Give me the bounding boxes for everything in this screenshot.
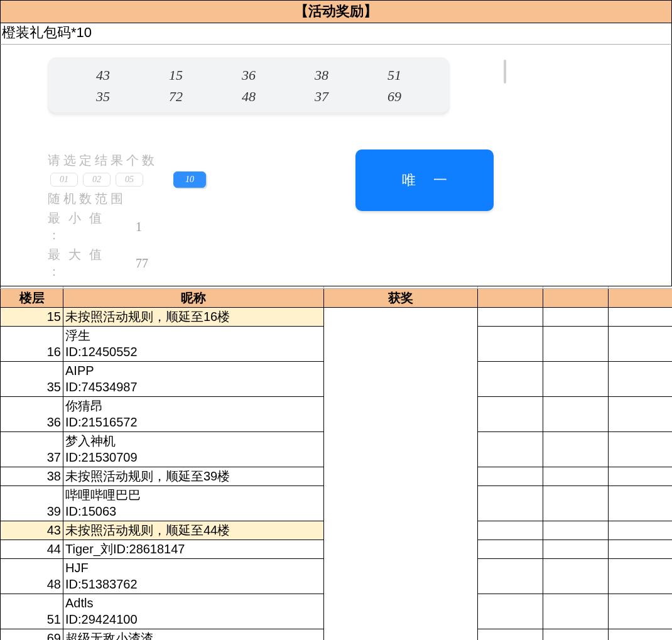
empty-cell	[609, 594, 673, 629]
empty-cell	[609, 467, 673, 486]
col-prize: 获奖	[324, 289, 478, 308]
floor-cell: 16	[1, 327, 63, 362]
empty-cell	[478, 327, 543, 362]
empty-cell	[543, 432, 609, 467]
lottery-number: 38	[303, 67, 340, 84]
winners-table: 楼层 昵称 获奖 15未按照活动规则，顺延至16楼橙装礼包码*1016浮生 ID…	[0, 286, 672, 640]
nick-cell: 未按照活动规则，顺延至44楼	[63, 521, 324, 540]
select-count-label: 请 选 定 结 果 个 数	[48, 152, 355, 169]
table-row: 15未按照活动规则，顺延至16楼橙装礼包码*10	[1, 308, 673, 327]
floor-cell: 51	[1, 594, 63, 629]
count-option[interactable]: 05	[116, 173, 143, 187]
empty-header	[609, 289, 673, 308]
lottery-number: 48	[230, 89, 268, 105]
floor-cell: 43	[1, 521, 63, 540]
empty-cell	[609, 432, 673, 467]
nick-cell: 浮生 ID:12450552	[63, 327, 324, 362]
empty-cell	[543, 467, 609, 486]
empty-cell	[609, 308, 673, 327]
range-label: 随 机 数 范 围	[48, 190, 355, 207]
lottery-screenshot: 43 15 36 38 51 35 72 48 37 69 请 选 定 结 果 …	[0, 45, 672, 286]
scrollbar-hint	[504, 60, 506, 84]
floor-cell: 37	[1, 432, 63, 467]
reward-subtitle: 橙装礼包码*10	[0, 23, 672, 45]
nick-cell: 未按照活动规则，顺延至39楼	[63, 467, 324, 486]
empty-header	[543, 289, 609, 308]
empty-cell	[543, 559, 609, 594]
page-title: 【活动奖励】	[0, 0, 672, 23]
empty-cell	[478, 308, 543, 327]
count-option[interactable]: 01	[50, 173, 78, 187]
empty-cell	[478, 521, 543, 540]
prize-cell: 橙装礼包码*10	[324, 308, 478, 641]
empty-cell	[609, 540, 673, 559]
nick-cell: Tiger_刘ID:28618147	[63, 540, 324, 559]
lottery-number: 15	[157, 67, 195, 84]
nick-cell: 梦入神机 ID:21530709	[63, 432, 324, 467]
nick-cell: Adtls ID:29424100	[63, 594, 324, 629]
empty-cell	[543, 521, 609, 540]
empty-header	[478, 289, 543, 308]
min-label: 最 小 值 ：	[48, 210, 117, 244]
nick-cell: AIPP ID:74534987	[63, 362, 324, 397]
lottery-number: 43	[84, 67, 122, 84]
lottery-number: 72	[157, 89, 195, 105]
max-label: 最 大 值 ：	[48, 246, 117, 280]
lottery-result-card: 43 15 36 38 51 35 72 48 37 69	[48, 57, 450, 115]
empty-cell	[478, 397, 543, 432]
lottery-number: 36	[230, 67, 268, 84]
floor-cell: 44	[1, 540, 63, 559]
lottery-number: 51	[376, 67, 413, 84]
floor-cell: 48	[1, 559, 63, 594]
empty-cell	[609, 397, 673, 432]
empty-cell	[609, 559, 673, 594]
empty-cell	[543, 308, 609, 327]
min-value: 1	[136, 220, 142, 234]
empty-cell	[609, 629, 673, 641]
max-value: 77	[136, 256, 148, 271]
empty-cell	[478, 594, 543, 629]
empty-cell	[543, 629, 609, 641]
empty-cell	[609, 362, 673, 397]
empty-cell	[478, 540, 543, 559]
empty-cell	[543, 397, 609, 432]
lottery-number: 69	[376, 89, 413, 105]
nick-cell: 未按照活动规则，顺延至16楼	[63, 308, 324, 327]
floor-cell: 39	[1, 486, 63, 521]
empty-cell	[543, 540, 609, 559]
col-floor: 楼层	[1, 289, 63, 308]
floor-cell: 36	[1, 397, 63, 432]
unique-button[interactable]: 唯一	[355, 149, 494, 211]
floor-cell: 35	[1, 362, 63, 397]
empty-cell	[543, 486, 609, 521]
empty-cell	[609, 486, 673, 521]
floor-cell: 38	[1, 467, 63, 486]
empty-cell	[478, 432, 543, 467]
count-option[interactable]: 02	[83, 173, 111, 187]
empty-cell	[609, 327, 673, 362]
nick-cell: HJF ID:51383762	[63, 559, 324, 594]
floor-cell: 69	[1, 629, 63, 641]
empty-cell	[478, 629, 543, 641]
empty-cell	[478, 362, 543, 397]
nick-cell: 哔哩哔哩巴巴 ID:15063	[63, 486, 324, 521]
empty-cell	[478, 486, 543, 521]
count-option-selected[interactable]: 10	[173, 171, 206, 188]
col-nick: 昵称	[63, 289, 324, 308]
nick-cell: 超级无敌小渣渣	[63, 629, 324, 641]
nick-cell: 你猜昂 ID:21516572	[63, 397, 324, 432]
empty-cell	[543, 362, 609, 397]
lottery-number: 37	[303, 89, 340, 105]
empty-cell	[543, 327, 609, 362]
empty-cell	[609, 521, 673, 540]
empty-cell	[543, 594, 609, 629]
floor-cell: 15	[1, 308, 63, 327]
empty-cell	[478, 559, 543, 594]
lottery-number: 35	[84, 89, 122, 105]
empty-cell	[478, 467, 543, 486]
